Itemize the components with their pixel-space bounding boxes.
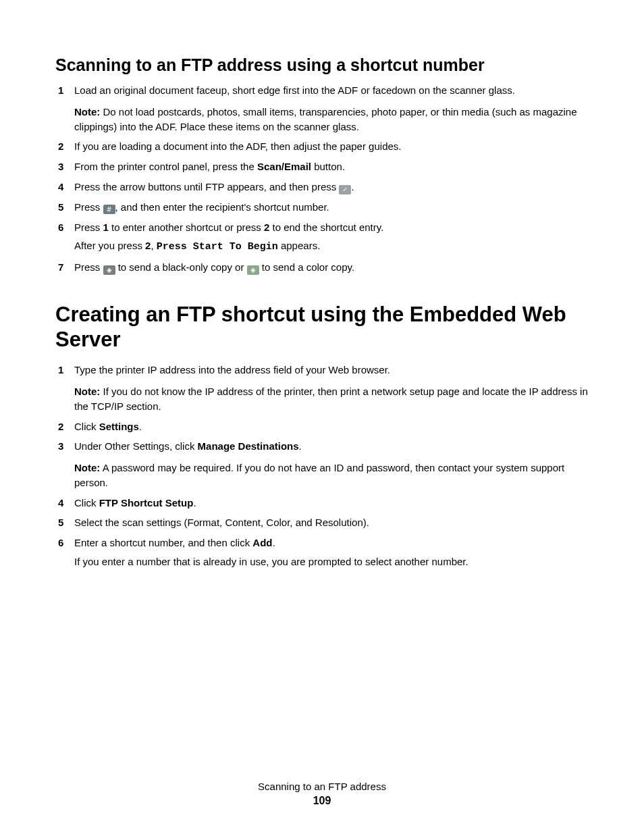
step-5: Press #, and then enter the recipient's … — [55, 200, 589, 215]
step-b3-note: Note: A password may be required. If you… — [74, 461, 589, 490]
start-color-icon: ◈ — [247, 265, 259, 275]
link-ftp-shortcut-setup: FTP Shortcut Setup — [99, 497, 194, 509]
step-text-part: to send a black-only copy or — [115, 261, 247, 273]
section-title-create-ftp-shortcut: Creating an FTP shortcut using the Embed… — [55, 302, 589, 352]
step-text-part: Under Other Settings, click — [74, 440, 198, 452]
page-footer: Scanning to an FTP address 109 — [0, 781, 644, 807]
step-text-part: , and then enter the recipient's shortcu… — [115, 201, 329, 213]
step-b6-subtext: If you enter a number that is already in… — [74, 554, 589, 569]
step-text-part: to enter another shortcut or press — [109, 221, 264, 233]
note-text: If you do not know the IP address of the… — [74, 386, 588, 412]
digit-1: 1 — [103, 221, 109, 233]
step-text-part: Click — [74, 497, 99, 509]
step-7: Press ◈ to send a black-only copy or ◈ t… — [55, 260, 589, 275]
step-text-part: After you press — [74, 240, 145, 251]
document-page: Scanning to an FTP address using a short… — [0, 0, 644, 834]
button-add: Add — [252, 537, 272, 548]
check-icon: ✓ — [339, 185, 351, 194]
note-text: A password may be required. If you do no… — [74, 462, 564, 488]
step-2: If you are loading a document into the A… — [55, 139, 589, 154]
step-b3: Under Other Settings, click Manage Desti… — [55, 439, 589, 490]
step-b4: Click FTP Shortcut Setup. — [55, 496, 589, 511]
step-text-part: . — [272, 537, 275, 548]
step-text-part: button. — [311, 161, 345, 172]
note-label: Note: — [74, 106, 100, 118]
step-text: If you enter a number that is already in… — [74, 556, 468, 567]
step-6-subtext: After you press 2, Press Start To Begin … — [74, 238, 589, 255]
link-manage-destinations: Manage Destinations — [198, 440, 299, 452]
step-text-part: Press — [74, 201, 103, 213]
step-b1: Type the printer IP address into the add… — [55, 363, 589, 413]
hash-icon: # — [103, 205, 115, 214]
step-text-part: Click — [74, 421, 99, 432]
start-black-icon: ◈ — [103, 265, 115, 275]
step-text: If you are loading a document into the A… — [74, 140, 402, 152]
step-text-part: . — [299, 440, 302, 452]
step-3: From the printer control panel, press th… — [55, 159, 589, 174]
section2-steps: Type the printer IP address into the add… — [55, 363, 589, 569]
step-text-part: . — [351, 181, 354, 192]
footer-title: Scanning to an FTP address — [0, 781, 644, 792]
link-settings: Settings — [99, 421, 139, 432]
step-4: Press the arrow buttons until FTP appear… — [55, 180, 589, 194]
step-text-part: , — [151, 240, 156, 251]
note-text: Do not load postcards, photos, small ite… — [74, 106, 577, 132]
note-label: Note: — [74, 386, 100, 397]
step-1: Load an original document faceup, short … — [55, 83, 589, 134]
section-title-scan-shortcut: Scanning to an FTP address using a short… — [55, 55, 589, 75]
step-text-part: Press — [74, 221, 103, 233]
step-b6: Enter a shortcut number, and then click … — [55, 536, 589, 569]
step-text-part: . — [139, 421, 142, 432]
step-text-part: . — [193, 497, 196, 509]
step-6: Press 1 to enter another shortcut or pre… — [55, 220, 589, 255]
step-text-part: to end the shortcut entry. — [269, 221, 383, 233]
footer-page-number: 109 — [0, 795, 644, 807]
step-text-part: Press the arrow buttons until FTP appear… — [74, 181, 339, 192]
button-name-scan-email: Scan/Email — [257, 161, 311, 172]
step-text-part: From the printer control panel, press th… — [74, 161, 257, 172]
step-text-part: Enter a shortcut number, and then click — [74, 537, 252, 548]
note-label: Note: — [74, 462, 100, 473]
display-text-press-start: Press Start To Begin — [157, 241, 278, 253]
step-1-note: Note: Do not load postcards, photos, sma… — [74, 105, 589, 134]
step-text-part: to send a color copy. — [259, 261, 354, 273]
step-text: Select the scan settings (Format, Conten… — [74, 517, 369, 528]
step-b2: Click Settings. — [55, 419, 589, 434]
step-b1-note: Note: If you do not know the IP address … — [74, 384, 589, 414]
step-b5: Select the scan settings (Format, Conten… — [55, 515, 589, 530]
section1-steps: Load an original document faceup, short … — [55, 83, 589, 275]
step-text-part: appears. — [278, 240, 321, 251]
step-text: Type the printer IP address into the add… — [74, 364, 390, 375]
step-text: Load an original document faceup, short … — [74, 84, 515, 96]
step-text-part: Press — [74, 261, 103, 273]
